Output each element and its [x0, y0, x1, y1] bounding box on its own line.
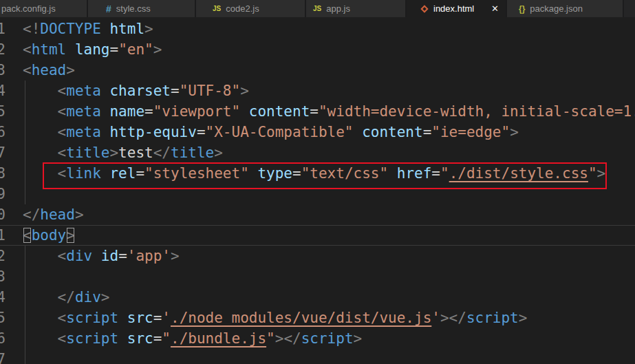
tab-app-js[interactable]: JS app.js — [306, 0, 407, 17]
code-line-10[interactable]: 10</head> — [0, 204, 635, 225]
code-token: < — [58, 310, 67, 326]
code-line-1[interactable]: 1<!DOCTYPE html> — [0, 19, 635, 39]
code-token — [240, 103, 249, 120]
code-line-3[interactable]: 3<head> — [0, 60, 635, 81]
code-token: content — [362, 124, 423, 140]
code-token — [101, 103, 110, 120]
code-token: > — [240, 83, 249, 99]
code-line-8[interactable]: 8 <link rel="stylesheet" type="text/css"… — [0, 163, 635, 184]
code-token: meta — [66, 83, 101, 99]
code-token: div — [66, 248, 92, 264]
tab-label: app.js — [326, 3, 350, 14]
line-number: 1 — [0, 19, 6, 39]
code-token: > — [354, 330, 363, 347]
code-token: body — [32, 227, 67, 244]
code-line-14[interactable]: 14 </div> — [0, 287, 635, 308]
code-token: "UTF-8" — [180, 83, 241, 99]
code-token — [101, 21, 110, 37]
tab-label: package.json — [530, 3, 583, 14]
code-token — [23, 83, 58, 99]
code-line-17[interactable]: 17 — [0, 349, 635, 364]
line-number: 10 — [0, 204, 6, 225]
line-number: 3 — [0, 60, 6, 81]
code-area: 1<!DOCTYPE html>2<html lang="en">3<head>… — [0, 19, 635, 364]
code-line-4[interactable]: 4 <meta charset="UTF-8"> — [0, 81, 635, 101]
code-token: > — [275, 330, 284, 347]
code-token: = — [118, 248, 127, 264]
code-token: = — [136, 165, 144, 182]
code-token: > — [440, 310, 449, 326]
code-token — [23, 310, 58, 326]
line-number: 17 — [0, 349, 6, 364]
code-token: title — [171, 144, 214, 161]
line-number: 4 — [0, 81, 6, 101]
code-token: " — [588, 165, 597, 182]
line-number: 2 — [0, 39, 6, 60]
code-token: DOCTYPE — [40, 21, 101, 37]
code-line-9[interactable]: 9 — [0, 184, 635, 204]
code-token: html — [32, 41, 67, 58]
code-line-5[interactable]: 5 <meta name="viewport" content="width=d… — [0, 101, 635, 122]
code-token: </ — [153, 144, 171, 161]
tab-index-html[interactable]: index.html ✕ — [407, 0, 507, 17]
tab-package-json[interactable]: {} package.json — [507, 0, 624, 17]
code-token: meta — [66, 103, 101, 120]
close-tab-icon[interactable]: ✕ — [491, 4, 499, 13]
code-token — [23, 289, 58, 306]
code-token: = — [197, 124, 206, 140]
code-token: script — [466, 310, 519, 326]
tab-style-css[interactable]: # style.css — [88, 0, 196, 17]
code-token: <! — [23, 21, 40, 37]
code-token: > — [214, 144, 223, 161]
code-line-7[interactable]: 7 <title>test</title> — [0, 142, 635, 163]
code-token: script — [66, 330, 118, 347]
tab-bar: pack.config.js # style.css JS code2.js J… — [0, 0, 635, 17]
code-token — [118, 310, 127, 326]
code-token: < — [58, 83, 67, 99]
code-line-11[interactable]: 11<body> — [0, 225, 635, 246]
code-token: = — [109, 41, 118, 58]
code-line-16[interactable]: 16 <script src="./bundle.js"></script> — [0, 328, 635, 349]
code-token: > — [144, 21, 153, 37]
code-token: = — [171, 83, 180, 99]
code-token: test — [118, 144, 153, 161]
tab-code2-js[interactable]: JS code2.js — [196, 0, 306, 17]
code-token: script — [66, 310, 118, 326]
code-token: " — [266, 330, 275, 347]
line-number: 5 — [0, 101, 6, 122]
file-path-link[interactable]: ./node_modules/vue/dist/vue.js — [171, 310, 431, 326]
code-token: charset — [109, 83, 171, 99]
code-line-6[interactable]: 6 <meta http-equiv="X-UA-Compatible" con… — [0, 122, 635, 142]
code-token: > — [66, 227, 75, 244]
line-number: 8 — [0, 163, 6, 184]
code-token: = — [431, 165, 440, 182]
code-line-15[interactable]: 15 <script src='./node_modules/vue/dist/… — [0, 308, 635, 328]
html-file-icon — [420, 5, 428, 12]
code-token: div — [75, 289, 101, 306]
code-token: html — [109, 21, 144, 37]
code-token — [23, 165, 58, 182]
code-token — [101, 83, 110, 99]
code-line-2[interactable]: 2<html lang="en"> — [0, 39, 635, 60]
line-number: 15 — [0, 308, 6, 328]
code-token: src — [127, 310, 153, 326]
code-token: type — [257, 165, 292, 182]
tab-webpack-config-js[interactable]: pack.config.js — [0, 0, 88, 17]
code-token: " — [162, 330, 171, 347]
code-token: ' — [431, 310, 440, 326]
code-token — [354, 124, 363, 140]
file-path-link[interactable]: ./dist/style.css — [449, 165, 588, 182]
code-line-13[interactable]: 13 — [0, 266, 635, 287]
code-token: = — [423, 124, 432, 140]
code-token: "width=device-width, initial-scale=1.0 — [319, 103, 635, 120]
tab-label: code2.js — [226, 3, 259, 14]
code-token: < — [58, 165, 67, 182]
file-path-link[interactable]: ./bundle.js — [171, 330, 266, 347]
code-editor[interactable]: 1<!DOCTYPE html>2<html lang="en">3<head>… — [0, 17, 635, 364]
code-token: name — [109, 103, 144, 120]
code-line-12[interactable]: 12 <div id='app'> — [0, 246, 635, 266]
code-token: </ — [23, 206, 40, 223]
code-token — [249, 165, 258, 182]
code-token: = — [144, 103, 153, 120]
code-token — [388, 165, 397, 182]
